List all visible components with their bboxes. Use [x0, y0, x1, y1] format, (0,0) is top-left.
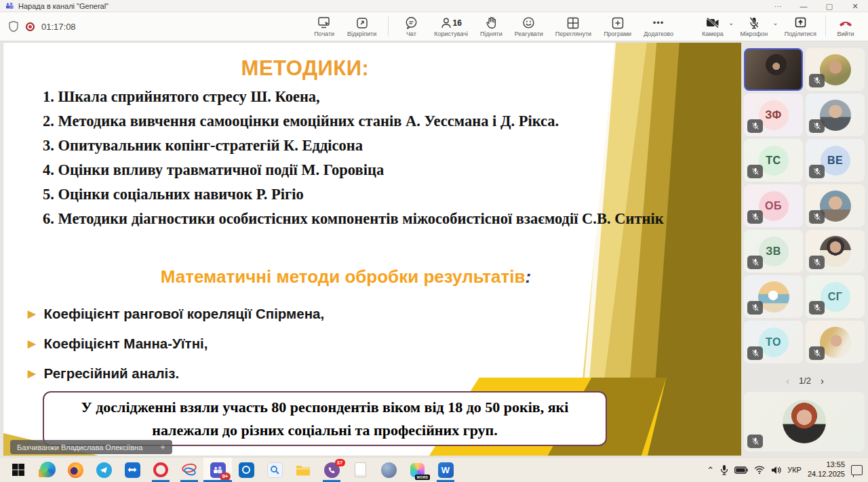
camera-off-icon — [706, 16, 720, 30]
leave-button[interactable]: Вийти — [830, 15, 861, 39]
mic-muted-icon — [747, 346, 763, 360]
participants-button[interactable]: 16 Користувачі — [429, 15, 473, 39]
presenter-name-label: Бахчиванжи Владислава Олексіївна + — [10, 440, 172, 454]
participant-tile[interactable] — [806, 94, 865, 136]
pager-prev-icon[interactable]: ‹ — [786, 375, 789, 386]
list-item: 4. Оцінки впливу травматичної події М. Г… — [43, 158, 704, 182]
unpin-button[interactable]: Відкріпити — [342, 15, 381, 39]
list-item: ▶ Регресійний аналіз. — [28, 359, 638, 388]
taskbar-teamviewer-button[interactable] — [118, 458, 146, 482]
participant-tile[interactable] — [806, 230, 865, 273]
taskbar-edge-button[interactable] — [33, 458, 61, 482]
taskbar-copilot-button[interactable]: WORD — [403, 458, 431, 482]
more-options-button[interactable]: ••• Додатково — [639, 15, 678, 39]
mic-chevron-icon[interactable]: ⌄ — [772, 19, 778, 26]
capture-app-icon — [181, 462, 198, 479]
window-more-button[interactable]: ··· — [765, 0, 791, 12]
participant-tile[interactable]: ОБ — [744, 184, 803, 227]
mic-muted-icon — [747, 301, 763, 315]
view-button[interactable]: Переглянути — [551, 15, 596, 39]
apps-button[interactable]: Програми — [599, 15, 636, 39]
tray-date: 24.12.2025 — [808, 470, 845, 478]
participant-tile-large[interactable] — [744, 392, 865, 451]
participant-tile[interactable] — [806, 48, 865, 91]
camera-button[interactable]: Камера — [697, 15, 728, 39]
telegram-icon — [96, 462, 112, 478]
plus-marker: + — [160, 442, 165, 452]
participant-tile[interactable]: ТО — [744, 321, 803, 363]
mic-muted-icon — [809, 74, 825, 87]
list-item: 2. Методика вивчення самооцінки емоційни… — [43, 109, 704, 134]
document-icon — [355, 462, 366, 477]
participants-sidebar: ЗФ ТС ВЕ ОБ ЗВ — [742, 42, 868, 456]
teams-logo-icon — [5, 1, 14, 10]
chat-icon — [405, 16, 418, 30]
language-indicator[interactable]: УКР — [787, 466, 802, 474]
start-button[interactable] — [4, 458, 33, 482]
pager-next-icon[interactable]: › — [821, 375, 824, 386]
action-center-icon[interactable] — [851, 465, 863, 475]
share-button[interactable]: Поділитися — [780, 15, 821, 39]
participant-tile-active-video[interactable] — [744, 48, 803, 91]
avatar — [783, 400, 826, 443]
taskbar-opera-button[interactable] — [146, 458, 175, 482]
avatar-initials: ЗВ — [759, 237, 789, 266]
window-close-button[interactable]: ✕ — [842, 0, 868, 12]
taskbar-firefox-button[interactable] — [61, 458, 90, 482]
mic-muted-icon — [747, 435, 763, 448]
taskbar-sphere-app-button[interactable] — [374, 458, 403, 482]
list-item: 5. Оцінки соціальних навичок Р. Рігіо — [43, 182, 704, 207]
smiley-icon — [522, 16, 535, 30]
participant-tile[interactable] — [744, 275, 803, 318]
mic-button[interactable]: Мікрофон — [735, 15, 772, 39]
viber-icon: 37 — [324, 462, 340, 478]
taskbar-explorer-button[interactable] — [289, 458, 317, 482]
slide-subtitle: Математичні методи обробки результатів: — [3, 266, 688, 287]
participant-tile[interactable]: ВЕ — [806, 139, 865, 182]
mic-muted-icon — [747, 256, 763, 269]
window-titlebar: Нарада в каналі "General" ··· — ▢ ✕ — [0, 0, 868, 12]
camera-chevron-icon[interactable]: ⌄ — [728, 19, 734, 26]
avatar-initials: ВЕ — [821, 146, 850, 176]
bullet-triangle-icon: ▶ — [28, 367, 36, 380]
participant-tile[interactable] — [806, 321, 865, 363]
chat-button[interactable]: Чат — [395, 15, 427, 39]
tray-battery-icon[interactable] — [734, 466, 748, 474]
taskbar-viber-button[interactable]: 37 — [317, 458, 346, 482]
tray-volume-icon[interactable] — [771, 466, 781, 475]
gallery-pager: ‹ 1/2 › — [742, 372, 868, 388]
clock[interactable]: 13:55 24.12.2025 — [808, 460, 845, 479]
window-maximize-button[interactable]: ▢ — [816, 0, 842, 12]
copilot-icon: WORD — [409, 462, 426, 479]
mic-muted-icon — [747, 165, 763, 178]
taskbar-capture-button[interactable] — [175, 458, 203, 482]
screen-share-icon — [318, 16, 331, 30]
participant-tile[interactable] — [806, 184, 865, 227]
bullet-triangle-icon: ▶ — [28, 338, 36, 350]
taskbar-search-tool-button[interactable] — [260, 458, 289, 482]
toolbar-divider — [825, 16, 826, 37]
tray-wifi-icon[interactable] — [754, 466, 765, 474]
bullet-list: ▶ Коефіцієнт рангової кореляції Спірмена… — [28, 299, 638, 388]
raise-hand-button[interactable]: Підняти — [475, 15, 507, 39]
participant-tile[interactable]: ЗВ — [744, 230, 803, 273]
taskbar-outlook-button[interactable] — [232, 458, 260, 482]
participant-tile[interactable]: ТС — [744, 139, 803, 182]
participant-tile[interactable]: СГ — [806, 275, 865, 318]
opera-icon — [153, 462, 168, 477]
taskbar-notepad-button[interactable] — [346, 458, 374, 482]
taskbar-telegram-button[interactable] — [90, 458, 118, 482]
start-share-button[interactable]: Почати — [309, 15, 340, 39]
meeting-timer: 01:17:08 — [41, 22, 76, 32]
teamviewer-icon — [125, 462, 140, 478]
methods-list: 1. Шкала сприйнятого стресу Ш. Коена, 2.… — [43, 85, 704, 231]
react-button[interactable]: Реагувати — [510, 15, 548, 39]
window-minimize-button[interactable]: — — [791, 0, 816, 12]
tray-hidden-icons-chevron[interactable]: ⌃ — [707, 465, 714, 475]
taskbar-teams-button[interactable]: 9+ — [203, 458, 232, 482]
magnifier-icon — [267, 462, 283, 478]
participant-tile[interactable]: ЗФ — [744, 94, 803, 136]
list-item: 6. Методики діагностики особистісних ком… — [43, 207, 704, 231]
tray-mic-icon[interactable] — [720, 464, 728, 475]
taskbar-word-button[interactable]: W — [431, 458, 460, 482]
